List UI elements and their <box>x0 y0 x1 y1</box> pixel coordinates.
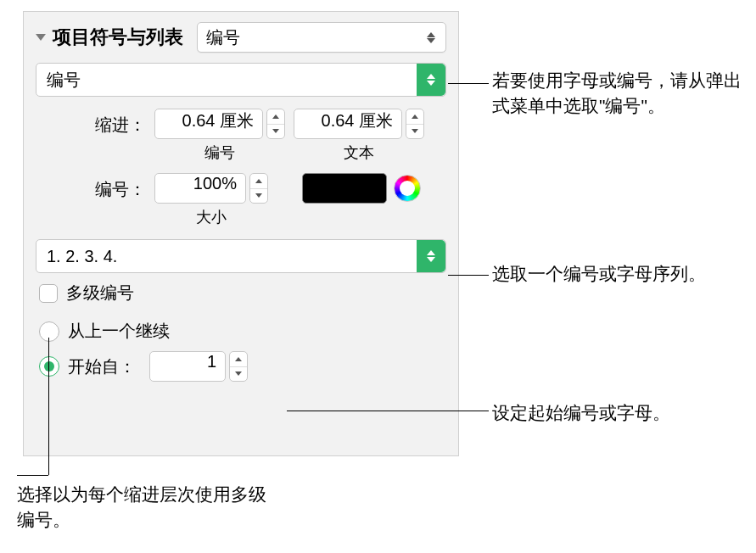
size-label: 编号： <box>87 173 146 201</box>
start-from-stepper[interactable]: 1 <box>149 351 248 382</box>
color-wheel-icon[interactable] <box>394 175 421 202</box>
callout-leader <box>17 475 48 476</box>
stepper-buttons[interactable] <box>229 351 248 382</box>
indent-number-stepper[interactable]: 0.64 厘米 <box>154 109 285 139</box>
indent-text-stepper[interactable]: 0.64 厘米 <box>294 109 424 139</box>
color-swatch[interactable] <box>302 173 387 204</box>
indent-label: 缩进： <box>87 109 146 137</box>
list-style-value: 编号 <box>206 26 425 49</box>
bullet-type-value: 编号 <box>47 69 417 92</box>
dropdown-cap-icon <box>417 64 445 96</box>
start-from-radio[interactable] <box>39 356 59 377</box>
callout-4: 选择以为每个缩进层次使用多级编号。 <box>17 482 272 533</box>
stepper-buttons[interactable] <box>249 173 268 204</box>
bullet-type-dropdown[interactable]: 编号 <box>36 63 446 97</box>
bullets-lists-panel: 项目符号与列表 编号 编号 缩进： 0.64 厘米 <box>23 11 459 456</box>
callout-leader <box>48 338 49 475</box>
indent-block: 缩进： 0.64 厘米 编号 0.64 厘米 <box>36 109 446 163</box>
tiered-numbers-label: 多级编号 <box>66 282 134 304</box>
indent-number-input[interactable]: 0.64 厘米 <box>154 109 263 139</box>
size-input[interactable]: 100% <box>154 173 246 204</box>
callout-leader <box>448 83 489 84</box>
tiered-numbers-checkbox[interactable] <box>39 284 58 303</box>
continue-radio[interactable] <box>39 321 59 342</box>
section-title: 项目符号与列表 <box>53 25 183 50</box>
size-stepper[interactable]: 100% <box>154 173 268 204</box>
disclosure-triangle-icon[interactable] <box>36 34 46 41</box>
stepper-buttons[interactable] <box>266 109 285 139</box>
continue-label: 从上一个继续 <box>68 320 170 343</box>
start-from-label: 开始自： <box>68 355 136 378</box>
stepper-buttons[interactable] <box>406 109 424 139</box>
continue-row: 从上一个继续 <box>36 320 446 343</box>
chevrons-icon <box>425 32 437 43</box>
callout-2: 选取一个编号或字母序列。 <box>492 261 713 287</box>
callout-3: 设定起始编号或字母。 <box>492 400 747 426</box>
indent-text-sublabel: 文本 <box>344 142 374 163</box>
number-sequence-value: 1. 2. 3. 4. <box>47 247 417 266</box>
list-style-dropdown[interactable]: 编号 <box>197 22 446 53</box>
callout-leader <box>287 411 489 411</box>
number-sequence-dropdown[interactable]: 1. 2. 3. 4. <box>36 239 446 273</box>
start-from-input[interactable]: 1 <box>149 351 226 382</box>
size-sublabel: 大小 <box>196 207 227 227</box>
callout-1: 若要使用字母或编号，请从弹出式菜单中选取"编号"。 <box>492 68 747 120</box>
indent-text-input[interactable]: 0.64 厘米 <box>294 109 402 139</box>
size-row: 编号： 100% 大小 <box>36 173 446 227</box>
callout-leader <box>448 275 489 276</box>
tiered-numbers-row: 多级编号 <box>36 282 446 304</box>
indent-number-sublabel: 编号 <box>204 142 235 163</box>
start-from-row: 开始自： 1 <box>36 351 446 382</box>
section-header: 项目符号与列表 编号 <box>36 22 446 53</box>
dropdown-cap-icon <box>417 240 445 272</box>
